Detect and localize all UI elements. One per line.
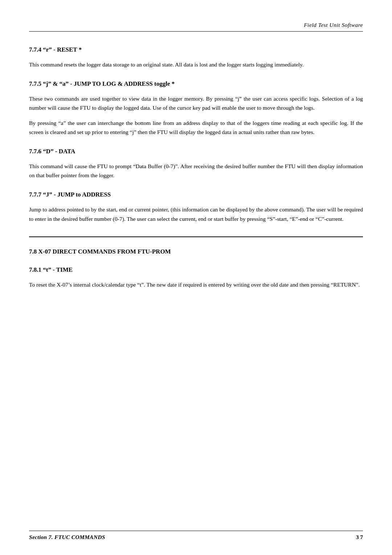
footer-page-number: 3 7 <box>356 534 363 540</box>
page: Field Test Unit Software 7.7.4 “r” - RES… <box>0 0 392 555</box>
main-content: 7.7.4 “r” - RESET *This command resets t… <box>29 35 363 289</box>
paragraph-section-775-1: By pressing “a” the user can interchange… <box>29 118 363 137</box>
section-heading-section-78: 7.8 X-07 DIRECT COMMANDS FROM FTU-PROM <box>29 248 363 255</box>
paragraph-section-781-0: To reset the X-07’s internal clock/calen… <box>29 280 363 289</box>
paragraph-section-774-0: This command resets the logger data stor… <box>29 60 363 69</box>
paragraph-section-776-0: This command will cause the FTU to promp… <box>29 162 363 180</box>
page-header: Field Test Unit Software <box>29 22 363 32</box>
section-heading-section-775: 7.7.5 “j” & “a” - JUMP TO LOG & ADDRESS … <box>29 80 363 88</box>
header-title: Field Test Unit Software <box>304 22 363 28</box>
section-heading-section-781: 7.8.1 “t” - TIME <box>29 266 363 274</box>
paragraph-section-775-0: These two commands are used together to … <box>29 94 363 113</box>
page-footer: Section 7. FTUC COMMANDS 3 7 <box>29 531 363 540</box>
section-heading-section-777: 7.7.7 “J” - JUMP to ADDRESS <box>29 191 363 198</box>
section-heading-section-774: 7.7.4 “r” - RESET * <box>29 46 363 53</box>
paragraph-section-777-0: Jump to address pointed to by the start,… <box>29 205 363 223</box>
section-divider-section-78 <box>29 236 363 237</box>
section-heading-section-776: 7.7.6 “D” - DATA <box>29 148 363 155</box>
footer-section-label: Section 7. FTUC COMMANDS <box>29 534 105 540</box>
